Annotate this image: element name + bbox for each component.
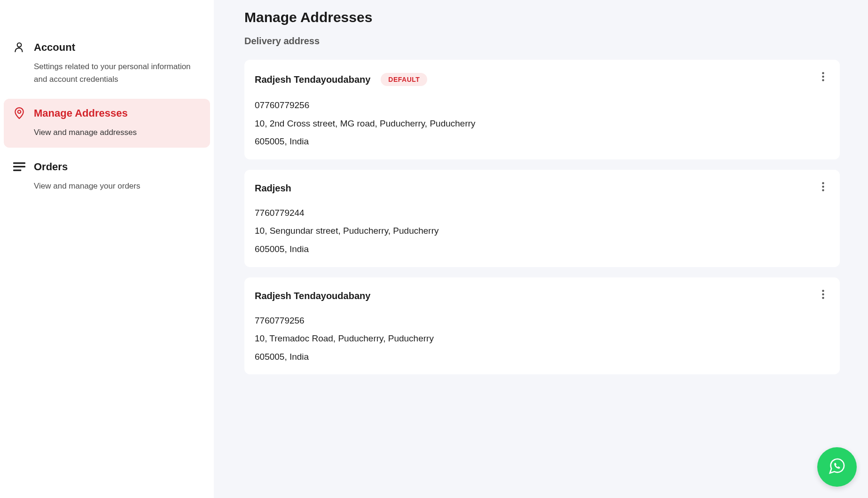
address-postal: 605005, India [255,135,826,148]
sidebar-item-desc: Settings related to your personal inform… [34,60,201,86]
address-card: Radjesh Tendayoudabany 7760779256 10, Tr… [244,277,840,375]
address-phone: 07760779256 [255,99,826,112]
sidebar-item-account[interactable]: Account Settings related to your persona… [4,33,210,94]
kebab-menu-button[interactable] [817,181,829,192]
sidebar-item-header: Account [13,41,201,54]
svg-point-7 [822,79,824,81]
svg-point-10 [822,189,824,191]
address-card: Radjesh 7760779244 10, Sengundar street,… [244,170,840,267]
address-street: 10, Sengundar street, Puducherry, Puduch… [255,225,826,237]
address-phone: 7760779244 [255,207,826,220]
svg-point-12 [822,293,824,295]
address-name: Radjesh Tendayoudabany [255,74,370,85]
sidebar-item-title: Account [34,41,75,54]
section-title: Delivery address [244,36,840,47]
page-title: Manage Addresses [244,9,840,25]
location-icon [13,107,25,119]
svg-point-1 [18,111,21,114]
person-icon [13,41,25,54]
address-name: Radjesh Tendayoudabany [255,291,370,301]
whatsapp-button[interactable] [817,447,857,487]
sidebar-item-header: Manage Addresses [13,107,201,119]
address-card: Radjesh Tendayoudabany DEFAULT 077607792… [244,60,840,159]
svg-point-6 [822,76,824,78]
svg-point-13 [822,297,824,299]
main-content: Manage Addresses Delivery address Radjes… [214,0,868,498]
sidebar-item-manage-addresses[interactable]: Manage Addresses View and manage address… [4,99,210,147]
address-card-header: Radjesh Tendayoudabany [255,291,826,301]
address-name: Radjesh [255,183,291,194]
svg-point-8 [822,182,824,184]
address-postal: 605005, India [255,243,826,256]
svg-point-11 [822,290,824,292]
svg-rect-2 [13,162,25,164]
kebab-menu-button[interactable] [817,71,829,82]
sidebar-item-title: Orders [34,161,68,173]
address-postal: 605005, India [255,351,826,364]
svg-rect-4 [13,169,21,171]
address-card-header: Radjesh Tendayoudabany DEFAULT [255,73,826,86]
address-phone: 7760779256 [255,315,826,327]
whatsapp-icon [828,457,846,477]
address-street: 10, Tremadoc Road, Puducherry, Puducherr… [255,332,826,345]
svg-point-0 [17,43,22,47]
list-icon [13,161,25,173]
svg-point-5 [822,72,824,74]
sidebar-item-orders[interactable]: Orders View and manage your orders [4,152,210,201]
sidebar: Account Settings related to your persona… [0,0,214,498]
address-street: 10, 2nd Cross street, MG road, Puducherr… [255,118,826,130]
svg-point-9 [822,186,824,188]
kebab-menu-button[interactable] [817,289,829,300]
svg-rect-3 [13,166,25,167]
sidebar-item-desc: View and manage addresses [34,126,201,139]
address-card-header: Radjesh [255,183,826,194]
default-badge: DEFAULT [381,73,427,86]
sidebar-item-title: Manage Addresses [34,107,128,119]
sidebar-item-desc: View and manage your orders [34,180,201,192]
sidebar-item-header: Orders [13,161,201,173]
